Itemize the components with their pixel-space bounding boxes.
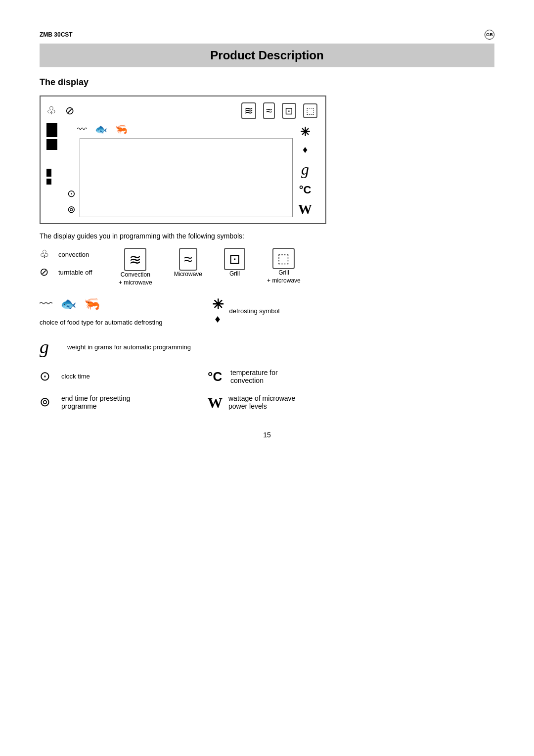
defrost-drop-symbol: ♦ xyxy=(215,313,220,326)
wattage-line2: power levels xyxy=(228,402,295,410)
display-box: ♧ ⊘ ≋ ≈ ⊡ ⬚ xyxy=(40,95,326,224)
turntable-label: turntable off xyxy=(58,269,92,276)
defrost-label: defrosting symbol xyxy=(229,307,280,315)
mw-icon: ≈ xyxy=(263,102,275,119)
fish1-icon: 🐟 xyxy=(95,123,107,135)
symbols-row-3: g weight in grams for automatic programm… xyxy=(40,336,494,358)
clock2-icon: ⊚ xyxy=(67,203,76,215)
wattage-label-group: wattage of microwave power levels xyxy=(228,394,295,410)
convection-label: convection xyxy=(58,251,89,258)
defrost-star-symbol: ✳ xyxy=(212,296,223,313)
symbols-row-5: ⊚ end time for presetting programme W wa… xyxy=(40,394,494,411)
conv-mw-icon: ≋ xyxy=(241,102,256,119)
end-time-item: ⊚ end time for presetting programme xyxy=(40,394,208,410)
end-time-label: end time for presetting xyxy=(61,394,130,402)
grill-mw-block-icon: ⬚ xyxy=(272,248,295,269)
mw-block-icon: ≈ xyxy=(179,248,197,271)
food-icons-row: 〰 🐟 🦐 xyxy=(77,123,293,135)
grill-mw-label: Grill xyxy=(278,269,289,277)
model-label: ZMB 30CST xyxy=(40,31,73,38)
grill-mw-icon: ⬚ xyxy=(303,103,317,118)
grill-mw-sub: + microwave xyxy=(267,277,301,285)
clock1-symbol: ⊙ xyxy=(40,369,55,384)
section-title: Product Description xyxy=(44,48,490,62)
bar-spacer xyxy=(46,152,61,167)
conv-mw-block-icon: ≋ xyxy=(124,248,146,271)
weight-label: weight in grams for automatic programmin… xyxy=(67,343,191,351)
display-left-bars xyxy=(46,123,61,217)
symbols-row-1: ♧ convection ⊘ turntable off ≋ Convectio… xyxy=(40,248,494,286)
end-time-sub: programme xyxy=(61,402,130,410)
cooking-modes: ≋ Convection + microwave ≈ Microwave ⊡ G… xyxy=(119,248,311,286)
conv-mw-block: ≋ Convection + microwave xyxy=(119,248,152,286)
display-right-symbols: ✳ ♦ g °C W xyxy=(293,123,317,217)
conv-mw-label: Convection xyxy=(121,271,150,279)
grill-block-icon: ⊡ xyxy=(224,248,245,270)
shrimp-symbol-icon: 🦐 xyxy=(84,296,100,312)
clock-time-item: ⊙ clock time xyxy=(40,369,208,384)
page-number: 15 xyxy=(40,431,494,439)
defrost-col: ✳ ♦ defrosting symbol xyxy=(212,296,280,326)
symbols-row-4: ⊙ clock time °C temperature for convecti… xyxy=(40,369,494,384)
mw-label: Microwave xyxy=(174,271,202,279)
display-center: 〰 🐟 🦐 ⊙ ⊚ xyxy=(67,123,293,217)
defrost-icons: ✳ ♦ xyxy=(212,296,223,326)
temp-label-group: temperature for convection xyxy=(230,369,278,384)
watt-symbol: W xyxy=(298,201,312,217)
turntable-item: ⊘ turntable off xyxy=(40,266,99,279)
bar-1 xyxy=(46,123,57,137)
grill-block: ⊡ Grill xyxy=(224,248,245,278)
country-badge: GB xyxy=(485,30,494,40)
clock2-symbol: ⊚ xyxy=(40,394,55,410)
wattage-item: W wattage of microwave power levels xyxy=(208,394,295,411)
meat-symbol-icon: 〰 xyxy=(40,296,52,312)
top-bar: ZMB 30CST GB xyxy=(40,30,494,40)
subsection-title: The display xyxy=(40,77,494,88)
bar-3 xyxy=(46,169,51,177)
bar-4 xyxy=(46,179,51,185)
turntable-off-icon: ⊘ xyxy=(65,104,74,117)
turntable-symbol-icon: ⊘ xyxy=(40,266,55,279)
convection-icon: ♧ xyxy=(46,104,56,117)
symbols-row-2: 〰 🐟 🦐 choice of food type for automatic … xyxy=(40,296,494,326)
fish-symbol-icon: 🐟 xyxy=(60,296,76,312)
celsius-symbol: °C xyxy=(299,184,312,196)
time-icons-col: ⊙ ⊚ xyxy=(67,138,76,217)
grill-label: Grill xyxy=(229,270,240,278)
symbols-section: ♧ convection ⊘ turntable off ≋ Convectio… xyxy=(40,248,494,411)
temp-item: °C temperature for convection xyxy=(208,369,278,384)
grill-mw-block: ⬚ Grill + microwave xyxy=(267,248,301,284)
grill-icon: ⊡ xyxy=(282,103,296,119)
display-main: 〰 🐟 🦐 ⊙ ⊚ xyxy=(46,123,317,217)
grams-large-symbol: g xyxy=(40,336,59,358)
clock-time-label: clock time xyxy=(61,373,90,380)
defrost-drop-icon: ♦ xyxy=(303,144,308,155)
defrost-star-icon: ✳ xyxy=(300,125,310,139)
celsius-large-symbol: °C xyxy=(208,369,225,384)
mw-block: ≈ Microwave xyxy=(174,248,202,279)
food-type-col: 〰 🐟 🦐 choice of food type for automatic … xyxy=(40,296,163,326)
convection-item: ♧ convection xyxy=(40,248,99,261)
end-time-label-group: end time for presetting programme xyxy=(61,394,130,410)
food-icons: 〰 🐟 🦐 xyxy=(40,296,163,312)
temp-line1: temperature for xyxy=(230,369,278,377)
conv-mw-sub: + microwave xyxy=(119,279,152,287)
watt-large-symbol: W xyxy=(208,394,223,411)
display-top-row: ♧ ⊘ ≋ ≈ ⊡ ⬚ xyxy=(46,102,317,119)
description-text: The display guides you in programming wi… xyxy=(40,232,494,240)
inner-display-box xyxy=(80,138,293,217)
conv-turntable-col: ♧ convection ⊘ turntable off xyxy=(40,248,99,279)
center-display-area: ⊙ ⊚ xyxy=(67,138,293,217)
shrimp-icon: 🦐 xyxy=(115,123,128,135)
meat-icon: 〰 xyxy=(77,124,87,135)
grams-symbol: g xyxy=(301,160,309,179)
bar-2 xyxy=(46,139,57,150)
section-header: Product Description xyxy=(40,44,494,67)
wattage-line1: wattage of microwave xyxy=(228,394,295,402)
conv-symbol-icon: ♧ xyxy=(40,248,55,261)
food-type-label: choice of food type for automatic defros… xyxy=(40,319,163,326)
temp-line2: convection xyxy=(230,377,278,384)
clock1-icon: ⊙ xyxy=(67,188,76,199)
